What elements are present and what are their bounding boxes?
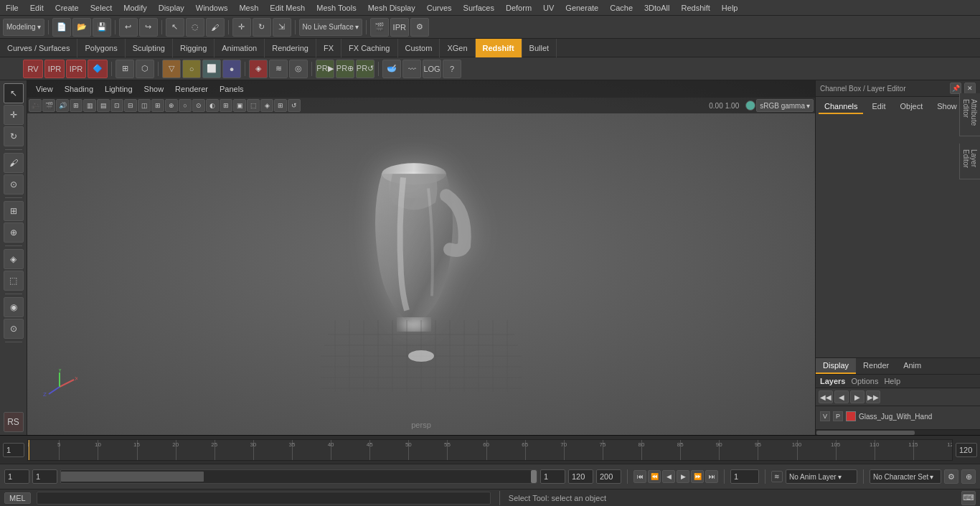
char-set-icon2[interactable]: ⊕ [961,469,976,484]
vp-icon14[interactable]: ⬚ [247,99,260,112]
menu-cache[interactable]: Cache [604,2,639,14]
rv-btn[interactable]: RV [23,60,43,78]
ipr3-btn[interactable]: IPR [66,60,86,78]
layer-editor-side-tab[interactable]: Layer Editor [959,144,980,179]
shading-menu[interactable]: Shading [62,83,96,95]
tab-fx[interactable]: FX [316,39,341,57]
menu-display[interactable]: Display [153,2,190,14]
tab-curves-surfaces[interactable]: Curves / Surfaces [0,39,77,57]
menu-help[interactable]: Help [716,2,744,14]
layer-next-btn[interactable]: ▶ [850,390,864,403]
select-mode-btn[interactable]: ↖ [4,83,24,103]
render-btn[interactable]: 🎬 [370,18,389,37]
vp-icon1[interactable]: ⊞ [70,99,83,112]
viewport[interactable]: View Shading Lighting Show Renderer Pane… [27,80,815,435]
menu-mesh-tools[interactable]: Mesh Tools [311,2,362,14]
lighting-menu[interactable]: Lighting [102,83,136,95]
pr2-btn[interactable]: PR⊕ [336,60,354,78]
range-handle[interactable] [531,470,537,483]
pr1-btn[interactable]: PR▶ [316,60,334,78]
tab-redshift[interactable]: Redshift [476,39,522,57]
frame-indicator[interactable]: 1 [540,469,565,484]
tab-polygons[interactable]: Polygons [77,39,125,57]
script-language[interactable]: MEL [4,492,31,504]
render-tab[interactable]: Render [856,358,896,374]
audio-btn[interactable]: 🔊 [56,99,69,112]
pin-btn[interactable]: 📌 [950,83,961,94]
grid-snap-btn[interactable]: ⊕ [4,222,24,243]
vp-icon6[interactable]: ◫ [138,99,151,112]
isolate-btn[interactable]: ⊙ [4,319,24,339]
display-tab[interactable]: Display [816,358,856,374]
rs-light-btn[interactable]: RS [4,412,24,432]
layers-help[interactable]: Help [884,377,900,385]
flat-btn[interactable]: ⬜ [202,60,221,78]
edit-tab[interactable]: Edit [866,100,891,114]
cone-btn[interactable]: ▽ [162,60,181,78]
vp-icon5[interactable]: ⊟ [124,99,137,112]
soft-select-btn[interactable]: ⊙ [4,174,24,195]
scale-tool-btn[interactable]: ⇲ [273,18,291,37]
redo-btn[interactable]: ↪ [139,18,158,37]
tab-custom[interactable]: Custom [398,39,440,57]
vp-icon11[interactable]: ◐ [206,99,219,112]
current-frame-field[interactable]: 1 [4,469,29,484]
frame-start-field[interactable]: 1 [3,443,24,457]
menu-file[interactable]: File [0,2,24,14]
tab-fx-caching[interactable]: FX Caching [341,39,397,57]
menu-edit[interactable]: Edit [24,2,50,14]
vp-icon15[interactable]: ◈ [260,99,273,112]
rs2-btn[interactable]: ≋ [269,60,288,78]
rotate-tool-btn[interactable]: ↻ [253,18,271,37]
move-mode-btn[interactable]: ✛ [4,105,24,125]
help-btn[interactable]: ? [443,60,461,78]
timeline-range[interactable] [60,469,537,484]
go-to-end-btn[interactable]: ⏭ [705,470,718,483]
show-tab[interactable]: Show [931,100,963,114]
step-forward-btn[interactable]: ⏩ [691,470,704,483]
camera-btn[interactable]: 🎥 [29,99,42,112]
menu-create[interactable]: Create [50,2,85,14]
gamma-dropdown[interactable]: sRGB gamma ▾ [756,99,814,112]
layer-next-right-btn[interactable]: ▶▶ [866,390,880,403]
object-tab[interactable]: Object [894,100,928,114]
grid-btn[interactable]: ⊞ [116,60,134,78]
layer-visibility[interactable]: V [820,411,830,421]
step-back-btn[interactable]: ⏪ [648,470,661,483]
lasso-tool-btn[interactable]: ◌ [186,18,204,37]
playback-current-frame[interactable]: 1 [730,469,759,484]
layer-scrollbar[interactable] [816,429,980,435]
snap-btn[interactable]: ⊞ [4,201,24,221]
frame-end-field[interactable]: 120 [956,443,977,457]
move-tool-btn[interactable]: ✛ [232,18,251,37]
tab-rigging[interactable]: Rigging [173,39,215,57]
menu-uv[interactable]: UV [537,2,560,14]
layer-prev-left-btn[interactable]: ◀◀ [819,390,833,403]
keyboard-icon[interactable]: ⌨ [961,491,976,505]
select-tool-btn[interactable]: ↖ [166,18,184,37]
layers-options[interactable]: Options [851,377,878,385]
show-hide-btn[interactable]: ◉ [4,297,24,317]
menu-windows[interactable]: Windows [190,2,234,14]
go-to-start-btn[interactable]: ⏮ [633,470,646,483]
timeline-ruler[interactable]: 1510152025303540455055606570758085909510… [27,439,953,461]
vp-icon17[interactable]: ↺ [288,99,301,112]
playback-end-input[interactable]: 200 [596,469,621,484]
play-forward-btn[interactable]: ▶ [677,470,689,483]
undo-btn[interactable]: ↩ [119,18,138,37]
vp-icon7[interactable]: ⊞ [151,99,164,112]
rs3-btn[interactable]: ◎ [289,60,308,78]
tab-animation[interactable]: Animation [215,39,265,57]
show-menu[interactable]: Show [141,83,167,95]
vp-icon8[interactable]: ⊕ [165,99,178,112]
char-set-icon1[interactable]: ⚙ [944,469,958,484]
vp-icon2[interactable]: ▥ [83,99,96,112]
layer-prev-btn[interactable]: ◀ [834,390,849,403]
wave-btn[interactable]: 〰 [402,60,421,78]
character-set-dropdown[interactable]: No Character Set ▾ [870,469,941,484]
frame-start-input[interactable]: 1 [32,469,57,484]
close-panel-btn[interactable]: ✕ [964,83,976,94]
vp-icon9[interactable]: ○ [179,99,192,112]
menu-mesh[interactable]: Mesh [233,2,264,14]
round-btn[interactable]: ● [222,60,241,78]
